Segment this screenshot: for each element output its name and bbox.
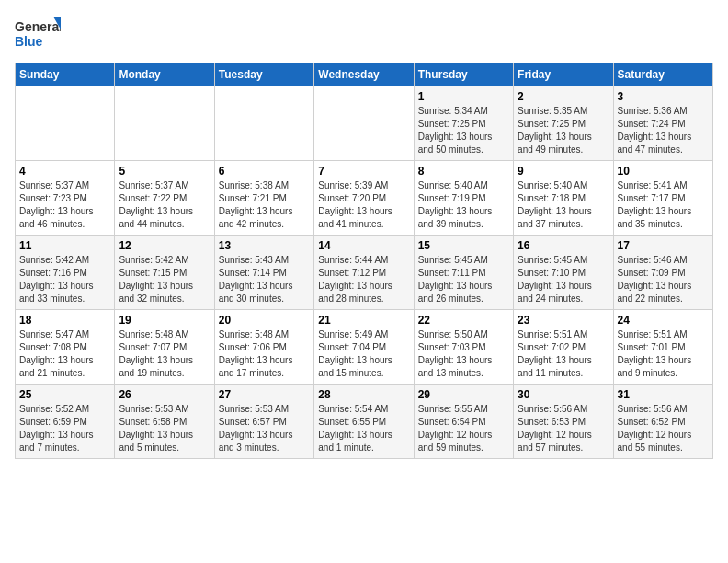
day-info: Sunrise: 5:49 AMSunset: 7:04 PMDaylight:… [318,329,392,378]
calendar-cell: 8 Sunrise: 5:40 AMSunset: 7:19 PMDayligh… [414,161,513,236]
day-number: 4 [19,165,110,178]
svg-text:General: General [15,19,61,34]
day-info: Sunrise: 5:44 AMSunset: 7:12 PMDaylight:… [318,255,392,304]
day-info: Sunrise: 5:47 AMSunset: 7:08 PMDaylight:… [19,329,94,378]
calendar-week-row: 11 Sunrise: 5:42 AMSunset: 7:16 PMDaylig… [16,236,713,310]
calendar-week-row: 4 Sunrise: 5:37 AMSunset: 7:23 PMDayligh… [16,161,713,236]
calendar-cell: 16 Sunrise: 5:45 AMSunset: 7:10 PMDaylig… [514,236,613,310]
calendar-cell: 15 Sunrise: 5:45 AMSunset: 7:11 PMDaylig… [414,236,513,310]
weekday-header: Monday [115,63,214,86]
calendar-cell: 24 Sunrise: 5:51 AMSunset: 7:01 PMDaylig… [613,310,712,385]
day-info: Sunrise: 5:45 AMSunset: 7:11 PMDaylight:… [418,255,493,304]
day-info: Sunrise: 5:56 AMSunset: 6:52 PMDaylight:… [618,404,692,453]
day-number: 8 [418,165,509,178]
day-info: Sunrise: 5:40 AMSunset: 7:19 PMDaylight:… [418,180,493,229]
calendar-cell [314,86,414,161]
day-info: Sunrise: 5:56 AMSunset: 6:53 PMDaylight:… [518,404,592,453]
day-info: Sunrise: 5:50 AMSunset: 7:03 PMDaylight:… [418,329,493,378]
day-number: 25 [19,388,110,401]
day-info: Sunrise: 5:53 AMSunset: 6:57 PMDaylight:… [219,404,293,453]
calendar-cell: 7 Sunrise: 5:39 AMSunset: 7:20 PMDayligh… [314,161,414,236]
weekday-header: Tuesday [214,63,313,86]
day-number: 3 [618,90,709,103]
calendar-cell: 25 Sunrise: 5:52 AMSunset: 6:59 PMDaylig… [16,385,115,459]
calendar-cell: 28 Sunrise: 5:54 AMSunset: 6:55 PMDaylig… [314,385,414,459]
day-number: 20 [219,314,310,327]
calendar-week-row: 1 Sunrise: 5:34 AMSunset: 7:25 PMDayligh… [16,86,713,161]
calendar-cell: 18 Sunrise: 5:47 AMSunset: 7:08 PMDaylig… [16,310,115,385]
day-info: Sunrise: 5:42 AMSunset: 7:16 PMDaylight:… [19,255,94,304]
day-info: Sunrise: 5:55 AMSunset: 6:54 PMDaylight:… [418,404,493,453]
calendar-cell: 20 Sunrise: 5:48 AMSunset: 7:06 PMDaylig… [214,310,313,385]
calendar-cell: 31 Sunrise: 5:56 AMSunset: 6:52 PMDaylig… [613,385,712,459]
calendar-cell: 23 Sunrise: 5:51 AMSunset: 7:02 PMDaylig… [514,310,613,385]
calendar-cell: 21 Sunrise: 5:49 AMSunset: 7:04 PMDaylig… [314,310,414,385]
calendar-cell: 9 Sunrise: 5:40 AMSunset: 7:18 PMDayligh… [514,161,613,236]
day-number: 2 [518,90,609,103]
calendar-cell: 2 Sunrise: 5:35 AMSunset: 7:25 PMDayligh… [514,86,613,161]
calendar-cell: 10 Sunrise: 5:41 AMSunset: 7:17 PMDaylig… [613,161,712,236]
day-info: Sunrise: 5:52 AMSunset: 6:59 PMDaylight:… [19,404,94,453]
calendar-week-row: 18 Sunrise: 5:47 AMSunset: 7:08 PMDaylig… [16,310,713,385]
day-number: 19 [119,314,210,327]
calendar-cell: 3 Sunrise: 5:36 AMSunset: 7:24 PMDayligh… [613,86,712,161]
calendar-cell [115,86,214,161]
calendar-cell: 13 Sunrise: 5:43 AMSunset: 7:14 PMDaylig… [214,236,313,310]
day-info: Sunrise: 5:45 AMSunset: 7:10 PMDaylight:… [518,255,592,304]
day-info: Sunrise: 5:43 AMSunset: 7:14 PMDaylight:… [219,255,293,304]
day-number: 29 [418,388,509,401]
day-number: 9 [518,165,609,178]
day-info: Sunrise: 5:36 AMSunset: 7:24 PMDaylight:… [618,106,692,155]
day-number: 5 [119,165,210,178]
day-number: 21 [318,314,409,327]
calendar-table: SundayMondayTuesdayWednesdayThursdayFrid… [15,63,713,459]
day-info: Sunrise: 5:54 AMSunset: 6:55 PMDaylight:… [318,404,392,453]
day-info: Sunrise: 5:51 AMSunset: 7:01 PMDaylight:… [618,329,692,378]
day-info: Sunrise: 5:42 AMSunset: 7:15 PMDaylight:… [119,255,193,304]
day-info: Sunrise: 5:41 AMSunset: 7:17 PMDaylight:… [618,180,692,229]
day-number: 24 [618,314,709,327]
calendar-cell: 14 Sunrise: 5:44 AMSunset: 7:12 PMDaylig… [314,236,414,310]
day-info: Sunrise: 5:37 AMSunset: 7:23 PMDaylight:… [19,180,94,229]
svg-text:Blue: Blue [15,34,43,49]
weekday-header: Thursday [414,63,513,86]
calendar-cell: 26 Sunrise: 5:53 AMSunset: 6:58 PMDaylig… [115,385,214,459]
calendar-cell: 17 Sunrise: 5:46 AMSunset: 7:09 PMDaylig… [613,236,712,310]
calendar-week-row: 25 Sunrise: 5:52 AMSunset: 6:59 PMDaylig… [16,385,713,459]
weekday-header-row: SundayMondayTuesdayWednesdayThursdayFrid… [16,63,713,86]
calendar-cell: 19 Sunrise: 5:48 AMSunset: 7:07 PMDaylig… [115,310,214,385]
day-number: 15 [418,239,509,252]
day-number: 27 [219,388,310,401]
day-number: 30 [518,388,609,401]
calendar-cell [16,86,115,161]
calendar-cell: 29 Sunrise: 5:55 AMSunset: 6:54 PMDaylig… [414,385,513,459]
day-number: 18 [19,314,110,327]
day-info: Sunrise: 5:53 AMSunset: 6:58 PMDaylight:… [119,404,193,453]
calendar-cell: 27 Sunrise: 5:53 AMSunset: 6:57 PMDaylig… [214,385,313,459]
day-number: 11 [19,239,110,252]
day-info: Sunrise: 5:46 AMSunset: 7:09 PMDaylight:… [618,255,692,304]
day-number: 1 [418,90,509,103]
calendar-cell: 4 Sunrise: 5:37 AMSunset: 7:23 PMDayligh… [16,161,115,236]
day-info: Sunrise: 5:48 AMSunset: 7:06 PMDaylight:… [219,329,293,378]
day-number: 13 [219,239,310,252]
weekday-header: Wednesday [314,63,414,86]
day-info: Sunrise: 5:38 AMSunset: 7:21 PMDaylight:… [219,180,293,229]
calendar-cell [214,86,313,161]
calendar-cell: 11 Sunrise: 5:42 AMSunset: 7:16 PMDaylig… [16,236,115,310]
calendar-cell: 1 Sunrise: 5:34 AMSunset: 7:25 PMDayligh… [414,86,513,161]
day-info: Sunrise: 5:37 AMSunset: 7:22 PMDaylight:… [119,180,193,229]
day-info: Sunrise: 5:48 AMSunset: 7:07 PMDaylight:… [119,329,193,378]
logo-svg: General Blue [15,15,61,55]
day-number: 7 [318,165,409,178]
day-number: 28 [318,388,409,401]
day-number: 23 [518,314,609,327]
calendar-cell: 30 Sunrise: 5:56 AMSunset: 6:53 PMDaylig… [514,385,613,459]
logo: General Blue [15,15,61,55]
day-number: 17 [618,239,709,252]
page-header: General Blue [15,15,713,55]
day-number: 10 [618,165,709,178]
day-number: 22 [418,314,509,327]
calendar-cell: 12 Sunrise: 5:42 AMSunset: 7:15 PMDaylig… [115,236,214,310]
day-number: 16 [518,239,609,252]
